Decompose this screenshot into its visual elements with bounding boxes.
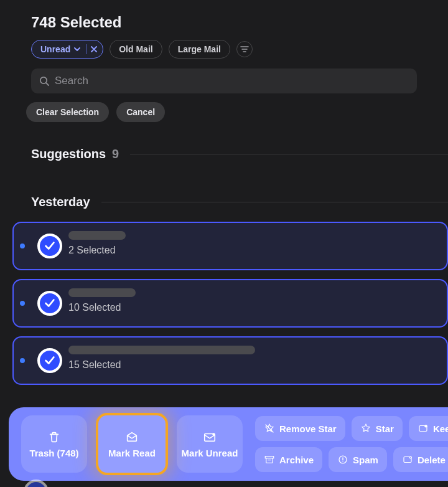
- section-divider: [130, 154, 448, 154]
- delete-button[interactable]: Delete: [393, 447, 448, 472]
- remove-star-button[interactable]: Remove Star: [255, 416, 345, 441]
- clear-selection-button[interactable]: Clear Selection: [26, 102, 109, 122]
- trash-button[interactable]: Trash (748): [21, 415, 87, 473]
- keep-new-button[interactable]: Keep N: [409, 416, 448, 441]
- button-label: Mark Read: [108, 448, 156, 458]
- keep-icon: [418, 423, 429, 434]
- button-label: Remove Star: [279, 423, 337, 434]
- button-label: Delete: [418, 455, 446, 465]
- button-label: Star: [376, 423, 394, 434]
- svg-point-2: [212, 433, 215, 435]
- star-button[interactable]: Star: [352, 416, 403, 441]
- button-label: Spam: [353, 455, 378, 465]
- email-group-card[interactable]: 2 Selected: [12, 222, 448, 270]
- chevron-down-icon: [73, 45, 81, 53]
- sender-name-redacted: [68, 346, 255, 354]
- selected-check-icon: [24, 480, 49, 487]
- action-toolbar: Trash (748) Mark Read Mark Unread Remove…: [9, 407, 448, 481]
- mail-open-icon: [125, 430, 139, 444]
- selection-count: 15 Selected: [68, 359, 255, 371]
- button-label: Archive: [279, 455, 314, 465]
- filter-settings-button[interactable]: [236, 41, 253, 57]
- sender-name-redacted: [68, 231, 126, 240]
- button-label: Mark Unread: [182, 448, 238, 458]
- filter-chip-large-mail[interactable]: Large Mail: [169, 40, 230, 59]
- filter-chip-label: Large Mail: [178, 44, 221, 54]
- mail-icon: [203, 430, 217, 444]
- trash-icon: [47, 430, 61, 444]
- toolbar-secondary: Remove Star Star Keep N Archive: [255, 416, 448, 472]
- selection-count: 10 Selected: [68, 302, 136, 313]
- search-icon: [39, 75, 50, 87]
- secondary-actions: Clear Selection Cancel: [0, 93, 448, 122]
- button-label: Keep N: [433, 423, 448, 434]
- close-icon[interactable]: [90, 45, 98, 53]
- section-suggestions: Suggestions 9: [0, 122, 448, 161]
- cancel-button[interactable]: Cancel: [116, 102, 165, 122]
- section-title: Suggestions: [31, 147, 106, 161]
- filter-chip-label: Unread: [40, 44, 70, 54]
- sender-name-redacted: [68, 288, 136, 297]
- mark-read-button[interactable]: Mark Read: [96, 413, 168, 475]
- section-divider: [101, 202, 448, 202]
- card-content: 15 Selected: [68, 346, 255, 371]
- selected-check-icon[interactable]: [37, 234, 62, 258]
- filter-chip-unread[interactable]: Unread: [31, 40, 103, 59]
- archive-button[interactable]: Archive: [255, 447, 322, 472]
- email-group-card[interactable]: 10 Selected: [12, 279, 448, 328]
- chip-divider: [86, 44, 86, 54]
- search-field[interactable]: [31, 69, 417, 93]
- archive-icon: [264, 454, 275, 465]
- delete-icon: [402, 454, 413, 465]
- svg-rect-5: [265, 456, 274, 458]
- email-list: 2 Selected 10 Selected 15 Selected: [0, 209, 448, 385]
- unread-dot-icon: [20, 358, 25, 363]
- section-count: 9: [112, 147, 119, 161]
- spam-button[interactable]: Spam: [329, 447, 387, 472]
- selected-check-icon[interactable]: [37, 348, 62, 373]
- star-icon: [360, 423, 371, 434]
- card-content: 2 Selected: [68, 231, 126, 256]
- section-title: Yesterday: [31, 195, 90, 209]
- email-group-card-partial: [24, 480, 49, 487]
- star-off-icon: [264, 423, 275, 434]
- unread-dot-icon: [20, 244, 25, 248]
- svg-point-4: [424, 425, 427, 428]
- card-content: 10 Selected: [68, 288, 136, 313]
- filter-chip-label: Old Mail: [119, 44, 152, 54]
- section-yesterday: Yesterday: [0, 161, 448, 209]
- filter-row: Unread Old Mail Large Mail: [0, 31, 448, 59]
- filter-icon: [240, 45, 249, 54]
- email-group-card[interactable]: 15 Selected: [12, 336, 448, 385]
- toolbar-primary: Trash (748) Mark Read Mark Unread: [21, 413, 243, 475]
- selected-check-icon[interactable]: [37, 291, 62, 316]
- filter-chip-old-mail[interactable]: Old Mail: [110, 40, 162, 59]
- unread-dot-icon: [20, 301, 25, 306]
- selection-count: 2 Selected: [68, 245, 126, 256]
- mark-unread-button[interactable]: Mark Unread: [177, 415, 243, 473]
- app-root: { "header": { "title": "748 Selected" },…: [0, 0, 448, 487]
- page-title: 748 Selected: [0, 0, 448, 31]
- button-label: Trash (748): [29, 448, 78, 458]
- spam-icon: [337, 454, 348, 465]
- search-input[interactable]: [55, 75, 409, 87]
- search-container: [31, 69, 417, 93]
